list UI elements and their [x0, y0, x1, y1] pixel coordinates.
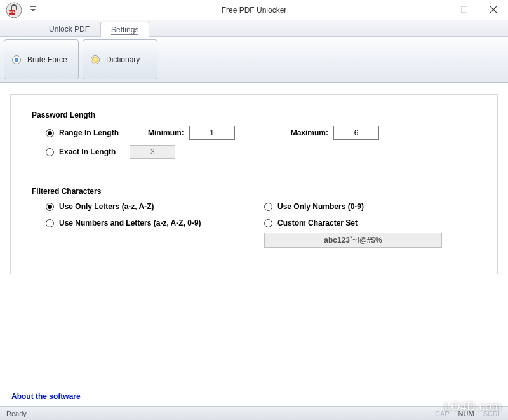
filtered-characters-group: Filtered Characters Use Only Letters (a-… [20, 180, 488, 261]
tab-label: Settings [111, 25, 138, 35]
window-controls [420, 0, 508, 19]
option-label: Use Only Numbers (0-9) [277, 202, 364, 211]
about-link[interactable]: About the software [11, 392, 81, 401]
status-text: Ready [6, 410, 27, 417]
titlebar: PDF Free PDF Unlocker [0, 0, 508, 20]
radio-icon [264, 219, 272, 227]
svg-rect-3 [30, 6, 36, 7]
tab-settings[interactable]: Settings [100, 22, 149, 37]
maximize-button[interactable] [450, 0, 479, 19]
radio-label: Exact In Length [59, 147, 116, 156]
option-numbers-and-letters[interactable]: Use Numbers and Letters (a-z, A-Z, 0-9) [46, 219, 258, 227]
radio-unselected-icon [91, 55, 100, 64]
option-label: Use Only Letters (a-z, A-Z) [59, 202, 154, 211]
radio-range-in-length[interactable] [46, 129, 54, 137]
option-only-letters[interactable]: Use Only Letters (a-z, A-Z) [46, 202, 258, 211]
radio-icon [46, 219, 54, 227]
app-icon: PDF [5, 1, 23, 19]
qat-dropdown-icon[interactable] [30, 6, 36, 14]
content-area: Password Length Range In Length Minimum:… [0, 83, 508, 280]
custom-charset-input [264, 233, 442, 248]
option-label: Use Numbers and Letters (a-z, A-Z, 0-9) [59, 219, 201, 227]
minimum-input[interactable] [189, 126, 235, 140]
exact-length-input [130, 145, 175, 159]
settings-container: Password Length Range In Length Minimum:… [10, 94, 498, 274]
radio-label: Range In Length [59, 128, 119, 137]
ribbon-tabs: Unlock PDF Settings [0, 20, 508, 37]
option-custom-charset[interactable]: Custom Character Set [264, 219, 476, 227]
tab-label: Unlock PDF [49, 25, 90, 34]
minimize-button[interactable] [420, 0, 450, 19]
radio-icon [264, 203, 272, 211]
status-num: NUM [458, 410, 474, 417]
radio-exact-in-length[interactable] [46, 148, 54, 156]
range-in-length-row: Range In Length Minimum: Maximum: [46, 126, 476, 140]
mode-brute-force[interactable]: Brute Force [4, 39, 79, 79]
status-scrl: SCRL [483, 410, 502, 417]
svg-rect-5 [461, 6, 467, 13]
mode-label: Brute Force [27, 55, 67, 64]
tab-unlock-pdf[interactable]: Unlock PDF [38, 21, 100, 36]
option-label: Custom Character Set [277, 219, 358, 227]
option-only-numbers[interactable]: Use Only Numbers (0-9) [264, 202, 476, 211]
radio-icon [46, 203, 54, 211]
mode-label: Dictionary [106, 55, 140, 64]
status-cap: CAP [435, 410, 450, 417]
radio-selected-icon [12, 55, 21, 64]
window-title: Free PDF Unlocker [222, 6, 287, 15]
svg-rect-4 [432, 10, 438, 10]
group-title: Password Length [32, 111, 476, 119]
password-length-group: Password Length Range In Length Minimum:… [20, 104, 488, 173]
svg-text:PDF: PDF [9, 10, 15, 14]
maximum-input[interactable] [333, 126, 379, 140]
group-title: Filtered Characters [32, 187, 476, 196]
statusbar: Ready CAP NUM SCRL [0, 406, 508, 420]
close-button[interactable] [479, 0, 508, 19]
mode-dictionary[interactable]: Dictionary [83, 39, 157, 79]
exact-in-length-row: Exact In Length [46, 145, 476, 159]
ribbon-panel: Brute Force Dictionary [0, 37, 508, 83]
minimum-label: Minimum: [148, 128, 184, 137]
maximum-label: Maximum: [291, 128, 328, 137]
